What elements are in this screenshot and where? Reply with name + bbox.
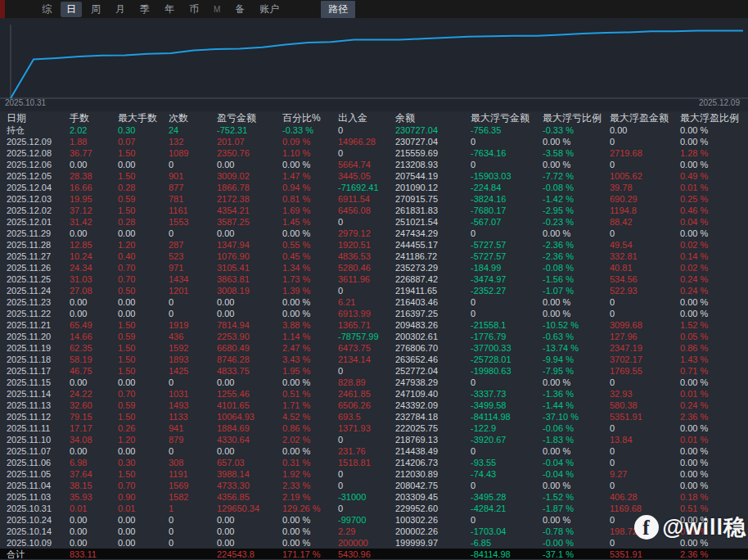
table-row[interactable]: 2025.11.066.980.30308657.030.31 %1518.81… — [0, 457, 748, 468]
table-row[interactable]: 2025.11.1746.751.5014254833.751.95 %0252… — [0, 365, 748, 377]
table-row[interactable]: 2025.11.1962.351.5015926680.492.47 %6473… — [0, 342, 748, 354]
topbar-item-3[interactable]: 月 — [110, 2, 131, 17]
table-row[interactable]: 2025.11.2427.080.5012013008.191.39 %0219… — [0, 285, 748, 296]
cell: -6.85 — [471, 537, 543, 549]
cell: 0.00 % — [680, 422, 741, 434]
cell: 0.90 — [118, 491, 169, 503]
cell: 4833.75 — [217, 365, 282, 377]
cell: 2025.11.03 — [7, 491, 70, 503]
topbar-item-6[interactable]: 币 — [183, 2, 205, 17]
table-row[interactable]: 2025.11.2014.660.594362253.901.14 %-7875… — [0, 331, 748, 342]
table-row[interactable]: 2025.11.1858.191.5018938746.283.43 %2134… — [0, 354, 748, 365]
table-row[interactable]: 2025.11.0537.641.5011913988.141.92 %0212… — [0, 468, 748, 480]
column-header-0[interactable]: 日期 — [7, 111, 70, 124]
cell: 40.81 — [610, 262, 680, 273]
table-row[interactable]: 2025.12.0319.950.597812172.380.81 %6911.… — [0, 193, 748, 205]
cell: 308 — [169, 457, 217, 468]
topbar-item-5[interactable]: 年 — [159, 2, 180, 17]
topbar-item-9[interactable]: 账户 — [254, 2, 285, 17]
cell: 2025.12.01 — [7, 216, 70, 228]
column-header-8[interactable]: 最大浮亏金额 — [471, 111, 543, 124]
table-row[interactable]: 2025.12.0836.771.5010892350.761.10 %0215… — [0, 147, 748, 159]
column-header-9[interactable]: 最大浮亏比例 — [543, 111, 610, 124]
cell: 2025.11.22 — [7, 308, 70, 319]
column-header-4[interactable]: 盈亏金额 — [217, 111, 282, 124]
cell: 212030.89 — [395, 468, 471, 480]
column-header-3[interactable]: 次数 — [169, 111, 217, 124]
cell: 6680.49 — [217, 342, 282, 354]
column-header-2[interactable]: 最大手数 — [118, 111, 169, 124]
cell: -7634.16 — [471, 147, 543, 159]
table-row[interactable]: 2025.12.0528.381.509013009.021.47 %3445.… — [0, 170, 748, 182]
cell: 32.93 — [610, 388, 680, 400]
table-row[interactable]: 2025.11.1279.151.50113310064.934.52 %693… — [0, 411, 748, 422]
cell: 2025.11.23 — [7, 296, 70, 308]
column-header-7[interactable]: 余额 — [395, 111, 471, 124]
table-row[interactable]: 2025.11.1424.220.7010311255.460.51 %2461… — [0, 388, 748, 400]
table-row[interactable]: 2025.11.070.000.0000.000.00 %231.7621443… — [0, 445, 748, 457]
table-row[interactable]: 2025.11.220.000.0000.000.00 %6913.992163… — [0, 308, 748, 319]
topbar-item-1[interactable]: 日 — [61, 2, 82, 17]
table-row[interactable]: 持仓2.020.3024-752.31-0.33 %0230727.04-756… — [0, 124, 748, 136]
path-button[interactable]: 路径 — [321, 1, 355, 18]
cell: 0.40 — [118, 251, 169, 262]
cell: 0 — [338, 285, 395, 296]
cell: -1.52 % — [543, 491, 610, 503]
topbar-item-4[interactable]: 季 — [134, 2, 155, 17]
cell: 0.00 % — [282, 228, 338, 239]
cell: 1076.90 — [217, 251, 282, 262]
equity-curve-chart[interactable]: 2025.10.31 2025.12.09 — [0, 18, 748, 111]
topbar-item-0[interactable]: 综 — [36, 2, 57, 17]
topbar-item-8[interactable]: 备 — [229, 2, 250, 17]
total-row[interactable]: 合计833.11224543.8171.17 %5430.96-84114.98… — [0, 549, 748, 560]
table-row[interactable]: 2025.11.1034.081.208794330.642.02 %02187… — [0, 434, 748, 445]
table-row[interactable]: 2025.11.2531.030.7014343863.811.73 %3611… — [0, 273, 748, 285]
table-row[interactable]: 2025.11.230.000.0000.000.00 %6.21216403.… — [0, 296, 748, 308]
cell: 657.03 — [217, 457, 282, 468]
table-row[interactable]: 2025.11.1117.170.269411884.690.86 %1371.… — [0, 422, 748, 434]
cell: -15903.03 — [471, 170, 543, 182]
column-header-6[interactable]: 出入金 — [338, 111, 395, 124]
column-header-11[interactable]: 最大浮盈比例 — [680, 111, 741, 124]
table-row[interactable]: 2025.11.290.000.0000.000.00 %2979.122474… — [0, 228, 748, 239]
table-row[interactable]: 2025.11.0335.930.9015824356.852.19 %-310… — [0, 491, 748, 503]
cell: 13.84 — [610, 434, 680, 445]
cell: -37.10 % — [543, 411, 610, 422]
cell: 0.26 — [118, 422, 169, 434]
cell: 0.46 % — [680, 205, 741, 216]
table-row[interactable]: 2025.12.060.000.0000.000.00 %5664.742132… — [0, 159, 748, 170]
table-row[interactable]: 2025.11.1332.600.5914934101.651.71 %6506… — [0, 400, 748, 411]
table-row[interactable]: 2025.11.0438.150.7015694733.302.33 %0208… — [0, 480, 748, 491]
cell: 0 — [610, 480, 680, 491]
topbar-item-7[interactable]: M — [208, 4, 226, 15]
cell: 24.34 — [70, 262, 118, 273]
table-row[interactable]: 2025.12.0237.121.5011614354.211.69 %6456… — [0, 205, 748, 216]
cell: 0.31 % — [282, 457, 338, 468]
cell: 0.94 % — [282, 182, 338, 193]
table-row[interactable]: 2025.12.0131.420.2815533587.251.45 %0251… — [0, 216, 748, 228]
cell: 0.00 — [118, 377, 169, 388]
cell: 2025.11.04 — [7, 480, 70, 491]
table-row[interactable]: 2025.11.2812.851.202871347.940.55 %1920.… — [0, 239, 748, 251]
table-row[interactable]: 2025.12.091.880.07132201.070.09 %14966.2… — [0, 136, 748, 147]
topbar-item-2[interactable]: 周 — [85, 2, 106, 17]
cell: 0 — [338, 468, 395, 480]
column-header-1[interactable]: 手数 — [70, 111, 118, 124]
cell: -2.36 % — [543, 239, 610, 251]
table-row[interactable]: 2025.11.2624.340.709713105.411.34 %5280.… — [0, 262, 748, 273]
table-row[interactable]: 2025.11.150.000.0000.000.00 %828.8924793… — [0, 377, 748, 388]
table-row[interactable]: 2025.11.2165.491.5019197814.943.88 %1365… — [0, 319, 748, 331]
table-row[interactable]: 2025.12.0416.660.288771866.780.94 %-7169… — [0, 182, 748, 193]
cell: 31.03 — [70, 273, 118, 285]
cell: 1.50 — [118, 411, 169, 422]
cell: 1.71 % — [282, 400, 338, 411]
cell: 0 — [338, 480, 395, 491]
cell: -31000 — [338, 491, 395, 503]
cell: 0.04 % — [680, 216, 741, 228]
column-header-5[interactable]: 百分比% — [282, 111, 338, 124]
column-header-10[interactable]: 最大浮盈金额 — [610, 111, 680, 124]
cell: 2134.14 — [338, 354, 395, 365]
cell: 1.50 — [118, 354, 169, 365]
cell: 4733.30 — [217, 480, 282, 491]
table-row[interactable]: 2025.11.2710.240.405231076.900.45 %4836.… — [0, 251, 748, 262]
